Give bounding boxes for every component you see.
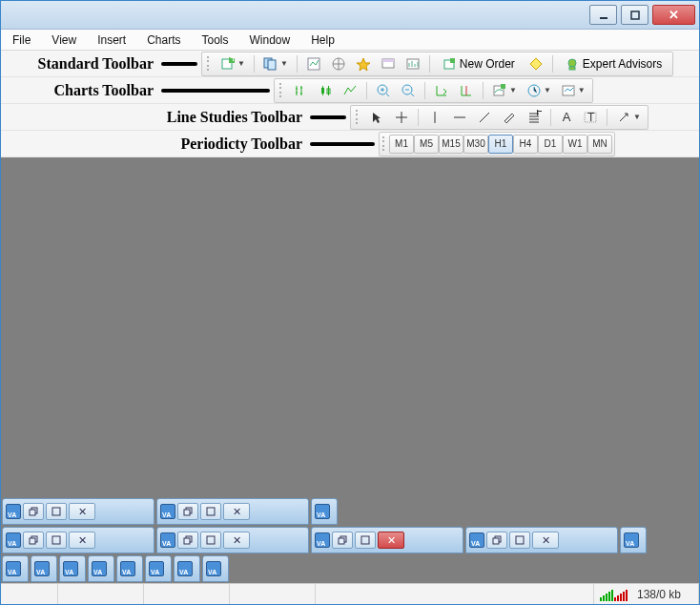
line-studies-toolbar: F A T ▼ xyxy=(350,105,649,130)
period-m30-button[interactable]: M30 xyxy=(463,135,488,154)
window-close-button[interactable]: ✕ xyxy=(652,5,695,25)
child-maximize-button[interactable] xyxy=(355,532,376,549)
strategy-tester-button[interactable] xyxy=(402,54,423,73)
new-order-button[interactable]: New Order xyxy=(436,54,522,73)
horizontal-line-button[interactable] xyxy=(449,108,470,127)
child-window-tile[interactable]: VA xyxy=(88,555,114,582)
period-h1-button[interactable]: H1 xyxy=(488,135,513,154)
child-maximize-button[interactable] xyxy=(200,503,221,520)
navigator-button[interactable] xyxy=(328,54,349,73)
child-window-tile[interactable]: VA✕ xyxy=(156,527,309,553)
child-window-tile[interactable]: VA xyxy=(59,555,86,582)
trendline-button[interactable] xyxy=(474,108,495,127)
toolbar-grip[interactable] xyxy=(206,55,212,73)
child-close-button[interactable]: ✕ xyxy=(378,532,404,549)
child-window-tile[interactable]: VA xyxy=(174,555,200,582)
text-label-button[interactable]: T xyxy=(580,108,601,127)
candle-chart-button[interactable] xyxy=(315,81,336,100)
child-window-tile[interactable]: VA xyxy=(145,555,172,582)
child-restore-button[interactable] xyxy=(177,503,198,520)
period-m1-button[interactable]: M1 xyxy=(389,135,414,154)
child-window-tile[interactable]: VA✕ xyxy=(2,527,154,553)
period-w1-button[interactable]: W1 xyxy=(563,135,587,154)
child-window-tile[interactable]: VA xyxy=(202,555,229,582)
child-close-button[interactable]: ✕ xyxy=(69,503,95,520)
chart-shift-icon xyxy=(459,83,474,98)
child-close-button[interactable]: ✕ xyxy=(69,532,95,549)
chart-window-icon: VA xyxy=(469,532,484,548)
child-close-button[interactable]: ✕ xyxy=(223,503,250,520)
child-restore-button[interactable] xyxy=(332,532,353,549)
zoom-in-button[interactable] xyxy=(373,81,394,100)
fibonacci-button[interactable]: F xyxy=(524,108,545,127)
child-maximize-button[interactable] xyxy=(46,532,67,549)
child-maximize-button[interactable] xyxy=(200,532,221,549)
toolbar-grip[interactable] xyxy=(278,82,284,99)
child-close-button[interactable]: ✕ xyxy=(223,532,250,549)
dropdown-arrow-icon: ▼ xyxy=(509,86,517,94)
svg-rect-35 xyxy=(52,536,60,544)
indicators-button[interactable]: ▼ xyxy=(489,81,520,100)
child-window-tile[interactable]: VA✕ xyxy=(311,527,463,553)
menu-insert[interactable]: Insert xyxy=(93,31,130,49)
menu-view[interactable]: View xyxy=(48,31,80,49)
crosshair-button[interactable] xyxy=(391,108,412,127)
period-m5-button[interactable]: M5 xyxy=(414,135,439,154)
child-window-tile[interactable]: VA✕ xyxy=(465,527,618,553)
expert-advisors-button[interactable]: Expert Advisors xyxy=(559,54,669,73)
dropdown-arrow-icon: ▼ xyxy=(237,59,245,68)
child-window-tile[interactable]: VA xyxy=(116,555,143,582)
menu-charts[interactable]: Charts xyxy=(143,31,184,49)
window-minimize-button[interactable] xyxy=(589,5,617,25)
chart-shift-button[interactable] xyxy=(456,81,477,100)
terminal-button[interactable] xyxy=(378,54,399,73)
new-order-icon xyxy=(443,57,456,71)
child-maximize-button[interactable] xyxy=(509,532,530,549)
menu-help[interactable]: Help xyxy=(307,31,339,49)
child-close-button[interactable]: ✕ xyxy=(532,532,559,549)
period-mn-button[interactable]: MN xyxy=(587,135,612,154)
zoom-out-button[interactable] xyxy=(398,81,419,100)
data-window-button[interactable] xyxy=(353,54,374,73)
toolbar-grip[interactable] xyxy=(381,136,387,153)
period-h4-button[interactable]: H4 xyxy=(513,135,538,154)
periodicity-button[interactable]: ▼ xyxy=(524,81,554,100)
line-chart-button[interactable] xyxy=(340,81,360,100)
menu-window[interactable]: Window xyxy=(246,31,295,49)
child-restore-button[interactable] xyxy=(23,503,44,520)
vertical-line-button[interactable] xyxy=(424,108,445,127)
toolbar-grip[interactable] xyxy=(355,109,360,126)
menu-tools[interactable]: Tools xyxy=(198,31,233,49)
child-window-tile[interactable]: VA xyxy=(620,527,647,553)
templates-button[interactable]: ▼ xyxy=(558,81,588,100)
child-window-tile[interactable]: VA✕ xyxy=(156,498,309,525)
chart-window-icon: VA xyxy=(315,532,330,548)
new-chart-button[interactable]: + ▼ xyxy=(217,54,248,73)
maximize-icon xyxy=(630,10,640,20)
period-d1-button[interactable]: D1 xyxy=(538,135,563,154)
menu-file[interactable]: File xyxy=(9,31,34,49)
window-maximize-button[interactable] xyxy=(621,5,649,25)
cursor-button[interactable] xyxy=(366,108,387,127)
equidistant-channel-button[interactable] xyxy=(499,108,520,127)
child-window-tile[interactable]: VA xyxy=(31,555,57,582)
bar-chart-button[interactable] xyxy=(290,81,311,100)
profiles-button[interactable]: ▼ xyxy=(260,54,291,73)
child-restore-button[interactable] xyxy=(486,532,507,549)
child-window-tile[interactable]: VA✕ xyxy=(2,498,154,525)
candle-chart-icon xyxy=(318,83,333,98)
metaeditor-button[interactable] xyxy=(525,54,546,73)
child-window-tile[interactable]: VA xyxy=(311,498,338,525)
child-window-tile[interactable]: VA xyxy=(2,555,29,582)
child-restore-button[interactable] xyxy=(177,532,198,549)
standard-toolbar: + ▼ ▼ xyxy=(201,52,673,76)
period-m15-button[interactable]: M15 xyxy=(439,135,463,154)
chart-window-icon: VA xyxy=(177,561,193,576)
svg-rect-15 xyxy=(569,67,575,70)
child-maximize-button[interactable] xyxy=(46,503,67,520)
autoscroll-button[interactable] xyxy=(431,81,452,100)
market-watch-button[interactable] xyxy=(303,54,324,73)
arrows-button[interactable]: ▼ xyxy=(613,108,644,127)
text-button[interactable]: A xyxy=(557,108,576,127)
child-restore-button[interactable] xyxy=(23,532,44,549)
